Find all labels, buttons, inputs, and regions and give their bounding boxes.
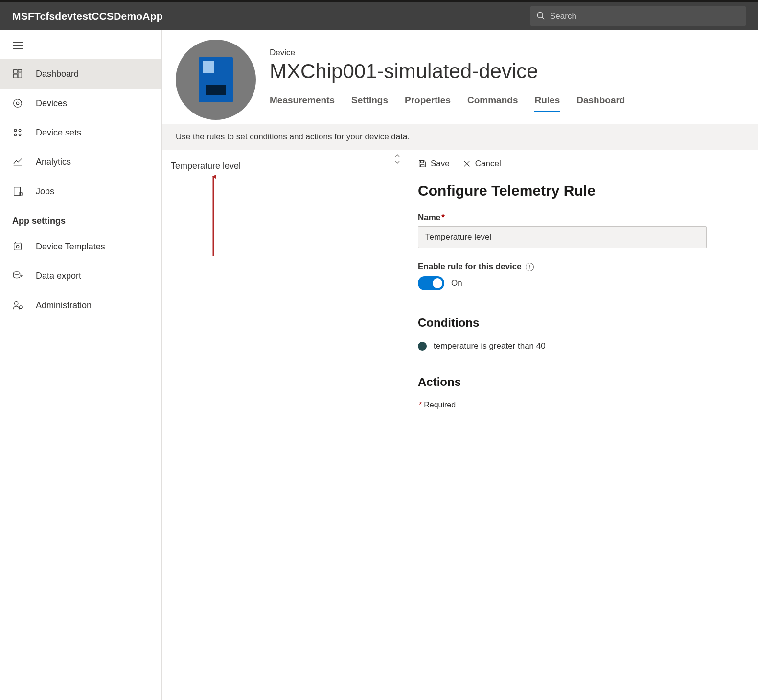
annotation-arrow-icon	[211, 174, 216, 257]
svg-point-12	[19, 129, 21, 132]
svg-point-0	[537, 12, 543, 18]
divider	[418, 304, 707, 304]
toggle-state: On	[451, 278, 462, 288]
condition-row[interactable]: temperature is greater than 40	[418, 341, 743, 351]
device-header: Device MXChip001-simulated-device Measur…	[162, 30, 758, 120]
device-eyebrow: Device	[270, 48, 625, 58]
svg-point-22	[14, 272, 20, 275]
required-note: *Required	[418, 401, 743, 409]
sidebar-item-analytics[interactable]: Analytics	[0, 147, 161, 177]
administration-icon	[12, 300, 36, 311]
sidebar-item-device-templates[interactable]: Device Templates	[0, 232, 161, 261]
sidebar-item-label: Device sets	[36, 128, 81, 138]
enable-toggle[interactable]	[418, 276, 444, 290]
sidebar-item-label: Dashboard	[36, 69, 79, 79]
devices-icon	[12, 98, 36, 109]
device-title: MXChip001-simulated-device	[270, 60, 625, 83]
sidebar-item-label: Device Templates	[36, 242, 105, 252]
search-box[interactable]	[530, 6, 746, 26]
condition-dot-icon	[418, 342, 427, 351]
svg-rect-6	[18, 70, 22, 72]
hamburger-icon	[12, 41, 24, 50]
search-icon	[536, 11, 545, 22]
info-icon[interactable]: i	[526, 263, 534, 271]
rules-list: Temperature level	[162, 150, 392, 700]
svg-rect-8	[14, 74, 17, 78]
pane-heading: Configure Telemetry Rule	[418, 182, 743, 199]
pane-toolbar: Save Cancel	[418, 159, 743, 169]
sidebar-item-data-export[interactable]: Data export	[0, 261, 161, 291]
tab-measurements[interactable]: Measurements	[270, 95, 335, 112]
tab-rules[interactable]: Rules	[534, 95, 560, 112]
chevron-up-icon[interactable]	[394, 152, 401, 159]
close-icon	[462, 159, 471, 168]
svg-rect-20	[14, 243, 22, 250]
rule-list-item[interactable]: Temperature level	[171, 158, 383, 174]
dashboard-icon	[12, 68, 36, 79]
device-tabs: Measurements Settings Properties Command…	[270, 95, 625, 112]
sidebar-item-device-sets[interactable]: Device sets	[0, 118, 161, 147]
sidebar-item-dashboard[interactable]: Dashboard	[0, 59, 161, 89]
svg-point-24	[20, 306, 22, 309]
cancel-button[interactable]: Cancel	[462, 159, 501, 169]
conditions-heading: Conditions	[418, 316, 743, 330]
rule-config-pane: Save Cancel Configure Telemetry Rule Nam…	[403, 150, 758, 700]
tab-properties[interactable]: Properties	[405, 95, 451, 112]
analytics-icon	[12, 157, 36, 167]
topbar: MSFTcfsdevtestCCSDemoApp	[0, 0, 758, 30]
svg-rect-26	[420, 161, 423, 163]
sidebar-item-label: Data export	[36, 271, 81, 281]
sidebar-item-label: Jobs	[36, 186, 54, 197]
sidebar-item-label: Analytics	[36, 157, 71, 167]
enable-label: Enable rule for this device	[418, 262, 522, 271]
svg-line-1	[542, 17, 545, 19]
svg-point-13	[14, 134, 17, 136]
name-input[interactable]	[418, 226, 707, 248]
svg-point-10	[16, 102, 19, 105]
svg-rect-5	[14, 70, 17, 73]
condition-text: temperature is greater than 40	[434, 341, 546, 351]
tab-settings[interactable]: Settings	[351, 95, 388, 112]
svg-rect-16	[14, 187, 21, 196]
data-export-icon	[12, 271, 36, 281]
jobs-icon	[12, 186, 36, 197]
splitter[interactable]	[392, 150, 403, 700]
search-input[interactable]	[550, 11, 740, 21]
svg-point-21	[16, 245, 19, 248]
sidebar-section-header: App settings	[0, 206, 161, 232]
divider	[418, 363, 707, 363]
device-templates-icon	[12, 241, 36, 252]
save-button[interactable]: Save	[418, 159, 450, 169]
info-strip: Use the rules to set conditions and acti…	[162, 124, 758, 150]
svg-point-11	[14, 129, 17, 132]
name-label: Name*	[418, 213, 743, 223]
svg-point-23	[15, 302, 18, 305]
sidebar-item-devices[interactable]: Devices	[0, 89, 161, 118]
tab-commands[interactable]: Commands	[467, 95, 518, 112]
device-sets-icon	[12, 127, 36, 138]
app-title: MSFTcfsdevtestCCSDemoApp	[12, 10, 163, 22]
device-image	[176, 40, 256, 120]
tab-dashboard[interactable]: Dashboard	[576, 95, 625, 112]
sidebar-item-administration[interactable]: Administration	[0, 291, 161, 320]
chevron-down-icon[interactable]	[394, 159, 401, 166]
sidebar: Dashboard Devices Device sets Analytics …	[0, 30, 162, 700]
svg-rect-27	[420, 165, 424, 167]
sidebar-item-label: Devices	[36, 98, 67, 109]
svg-point-14	[19, 134, 21, 136]
hamburger-button[interactable]	[0, 32, 161, 59]
actions-heading: Actions	[418, 375, 743, 389]
save-icon	[418, 159, 427, 168]
svg-rect-7	[18, 73, 22, 78]
sidebar-item-label: Administration	[36, 300, 92, 311]
content: Device MXChip001-simulated-device Measur…	[162, 30, 758, 700]
sidebar-item-jobs[interactable]: Jobs	[0, 177, 161, 206]
